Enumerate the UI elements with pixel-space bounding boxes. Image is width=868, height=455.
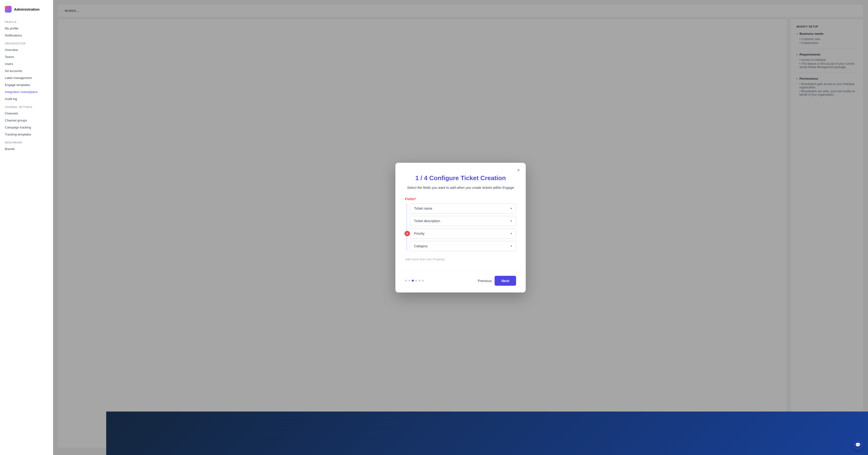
sidebar-item-campaign-tracking[interactable]: Campaign tracking (0, 124, 53, 131)
pagination-dot-4 (415, 280, 417, 282)
chat-bubble[interactable]: 💬 (852, 439, 863, 450)
previous-button[interactable]: Previous (478, 279, 492, 283)
sidebar-item-my-profile[interactable]: My profile (0, 25, 53, 32)
field-row-ticket-name: Ticket name ▾ (410, 203, 516, 213)
field-select-ticket-description[interactable]: Ticket description ▾ (410, 216, 516, 226)
chevron-down-icon: ▾ (510, 232, 512, 235)
sidebar-item-channel-groups[interactable]: Channel groups (0, 117, 53, 124)
channel-section-label: CHANNEL SETTINGS (0, 102, 53, 110)
chat-icon: 💬 (855, 442, 861, 448)
sidebar-item-users[interactable]: Users (0, 60, 53, 67)
app-logo (5, 6, 11, 12)
sidebar-item-channels[interactable]: Channels (0, 110, 53, 117)
sidebar-item-brands[interactable]: Brands (0, 145, 53, 152)
fields-list: Ticket name ▾ Ticket description ▾ × (405, 203, 516, 251)
sidebar-item-audit-log[interactable]: Audit log (0, 95, 53, 102)
pagination-dots (405, 280, 424, 282)
app-title: Administration (14, 7, 39, 11)
field-select-priority[interactable]: Priority ▾ (410, 229, 516, 239)
sidebar-item-teams[interactable]: Teams (0, 53, 53, 60)
next-button[interactable]: Next (495, 276, 516, 286)
sidebar-header: Administration (0, 4, 53, 18)
sidebar-item-ad-accounts[interactable]: Ad accounts (0, 67, 53, 74)
modal-subtitle: Select the fields you want to add when y… (405, 185, 516, 190)
modal-footer: Previous Next (395, 271, 526, 293)
chevron-down-icon: ▾ (510, 244, 512, 248)
fields-label: Fields* (405, 197, 516, 201)
required-marker: * (415, 197, 416, 201)
field-row-ticket-description: Ticket description ▾ (410, 216, 516, 226)
sidebar-item-notifications[interactable]: Notifications (0, 32, 53, 39)
field-row-priority: × Priority ▾ (410, 229, 516, 239)
modal-overlay: × 1 / 4 Configure Ticket Creation Select… (53, 0, 868, 455)
pagination-dot-2 (408, 280, 410, 282)
fields-list-line (406, 203, 407, 251)
add-property-button[interactable]: Add more than one Property... (405, 255, 447, 263)
sidebar-item-engage-templates[interactable]: Engage templates (0, 81, 53, 88)
pagination-dot-3 (412, 280, 414, 282)
modal-close-button[interactable]: × (516, 166, 521, 173)
pagination-dot-6 (422, 280, 424, 282)
modal-dialog: × 1 / 4 Configure Ticket Creation Select… (395, 163, 526, 293)
sidebar-item-label-management[interactable]: Label management (0, 74, 53, 81)
field-row-category: Category ▾ (410, 241, 516, 251)
chevron-down-icon: ▾ (510, 207, 512, 210)
pagination-dot-5 (418, 280, 421, 282)
field-select-ticket-name[interactable]: Ticket name ▾ (410, 203, 516, 213)
remove-priority-button[interactable]: × (405, 231, 410, 236)
benchmark-section-label: BENCHMARK (0, 138, 53, 145)
modal-title: 1 / 4 Configure Ticket Creation (405, 174, 516, 182)
footer-buttons: Previous Next (478, 276, 516, 286)
main-content: ‹ MARKE... MODIFY SETUP › Business needs… (53, 0, 868, 455)
modal-body: 1 / 4 Configure Ticket Creation Select t… (395, 163, 526, 271)
chevron-down-icon: ▾ (510, 219, 512, 223)
sidebar-item-tracking-templates[interactable]: Tracking templates (0, 131, 53, 138)
org-section-label: ORGANIZATION (0, 39, 53, 47)
profile-section-label: PROFILE (0, 18, 53, 25)
field-select-category[interactable]: Category ▾ (410, 241, 516, 251)
pagination-dot-1 (405, 280, 407, 282)
sidebar: Administration PROFILE My profile Notifi… (0, 0, 53, 455)
sidebar-item-overview[interactable]: Overview (0, 47, 53, 53)
sidebar-item-integration-marketplace[interactable]: Integration marketplace (0, 88, 53, 95)
